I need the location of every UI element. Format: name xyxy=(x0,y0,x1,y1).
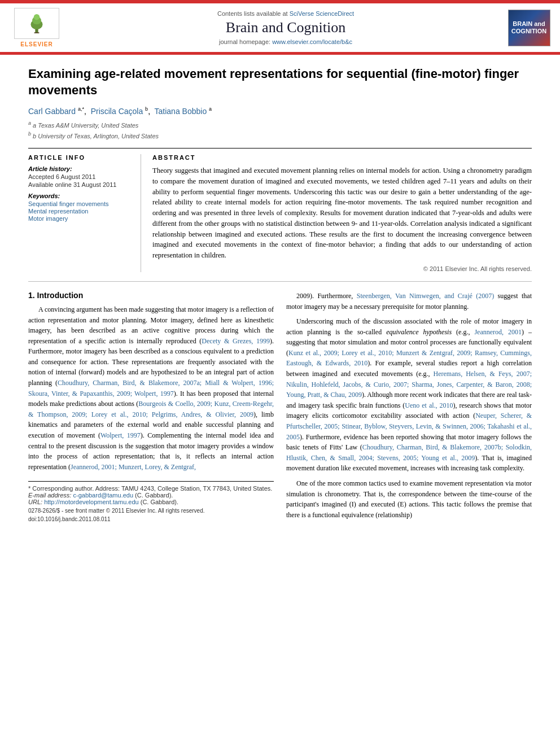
body-text-col1: A convincing argument has been made sugg… xyxy=(28,304,274,473)
sciverse-line: Contents lists available at SciVerse Sci… xyxy=(73,10,498,17)
keyword-3: Motor imagery xyxy=(28,215,133,222)
body-col-right: 2009). Furthermore, Steenbergen, Van Nim… xyxy=(286,291,532,525)
body-para-r1: 2009). Furthermore, Steenbergen, Van Nim… xyxy=(286,291,532,312)
doi-line: doi:10.1016/j.bandc.2011.08.011 xyxy=(28,516,274,522)
section-divider xyxy=(28,281,532,282)
svg-point-3 xyxy=(34,14,40,20)
ref-wolpert[interactable]: Wolpert, 1997 xyxy=(100,431,141,439)
ref-choudhury[interactable]: Choudhury, Charman, Bird, & Blakemore, 2… xyxy=(28,379,274,397)
authors-line: Carl Gabbard a,*, Priscila Caçola b, Tat… xyxy=(28,106,532,116)
keyword-1: Sequential finger movements xyxy=(28,200,133,207)
footnote-email-link[interactable]: c-gabbard@tamu.edu xyxy=(73,492,133,499)
body-para-r2: Underscoring much of the discussion asso… xyxy=(286,316,532,474)
accepted-date: Accepted 6 August 2011 xyxy=(28,173,133,180)
abstract-header: ABSTRACT xyxy=(152,154,532,161)
ref-choudhury2[interactable]: Choudhury, Charman, Bird, & Blakemore, 2… xyxy=(286,443,532,462)
ref-jeannerod[interactable]: Jeannerod, 2001; Munzert, Lorey, & Zentg… xyxy=(71,463,196,471)
article-info-abstract-section: ARTICLE INFO Article history: Accepted 6… xyxy=(28,148,532,272)
bc-logo-title: BRAIN and COGNITION xyxy=(511,20,546,35)
affiliation-b: b b University of Texas, Arlington, Unit… xyxy=(28,131,532,139)
footnote-email: E-mail address: c-gabbard@tamu.edu (C. G… xyxy=(28,492,274,499)
ref-bourgeois[interactable]: Bourgeois & Coello, 2009; Kunz, Creem-Re… xyxy=(28,400,274,418)
ref-steenbergen[interactable]: Steenbergen, Van Nimwegen, and Crajé (20… xyxy=(357,292,494,300)
copyright-notice: 0278-2626/$ - see front matter © 2011 El… xyxy=(28,508,274,514)
footnote-url: URL: http://motordevelopment.tamu.edu (C… xyxy=(28,499,274,505)
journal-url: journal homepage: www.elsevier.com/locat… xyxy=(73,38,498,45)
main-content: Examining age-related movement represent… xyxy=(0,55,560,536)
body-para-r3: One of the more common tactics used to e… xyxy=(286,478,532,520)
article-title: Examining age-related movement represent… xyxy=(28,66,532,98)
ref-neuper[interactable]: Neuper, Scherer, & Pfurtscheller, 2005; … xyxy=(286,412,532,440)
ref-jeannerod2[interactable]: Jeannerod, 2001 xyxy=(474,328,522,336)
ref-kunz[interactable]: Kunz et al., 2009; Lorey et al., 2010; M… xyxy=(286,349,532,368)
available-date: Available online 31 August 2011 xyxy=(28,181,133,188)
footnote-url-link[interactable]: http://motordevelopment.tamu.edu xyxy=(44,499,139,505)
keywords-label: Keywords: xyxy=(28,193,133,199)
author-gabbard[interactable]: Carl Gabbard xyxy=(28,107,76,116)
copyright-line: © 2011 Elsevier Inc. All rights reserved… xyxy=(152,265,532,272)
author-bobbio[interactable]: Tatiana Bobbio xyxy=(155,107,207,116)
history-label: Article history: xyxy=(28,165,133,172)
journal-url-link[interactable]: www.elsevier.com/locate/b&c xyxy=(272,38,352,45)
elsevier-tree-icon xyxy=(23,14,51,33)
article-info-header: ARTICLE INFO xyxy=(28,154,133,161)
article-info-col: ARTICLE INFO Article history: Accepted 6… xyxy=(28,154,141,272)
bc-logo-area: BRAIN and COGNITION xyxy=(504,10,554,46)
abstract-col: ABSTRACT Theory suggests that imagined a… xyxy=(152,154,532,272)
journal-header: ELSEVIER Contents lists available at Sci… xyxy=(0,3,560,53)
journal-name: Brain and Cognition xyxy=(73,19,498,36)
author-cacola[interactable]: Priscila Caçola xyxy=(91,107,143,116)
elsevier-wordmark: ELSEVIER xyxy=(20,41,53,47)
abstract-text: Theory suggests that imagined and execut… xyxy=(152,165,532,261)
body-col-left: 1. Introduction A convincing argument ha… xyxy=(28,291,274,525)
bc-logo: BRAIN and COGNITION xyxy=(508,10,550,46)
body-para-1: A convincing argument has been made sugg… xyxy=(28,304,274,473)
body-section: 1. Introduction A convincing argument ha… xyxy=(28,291,532,525)
elsevier-logo-area: ELSEVIER xyxy=(6,8,68,47)
body-text-col2: 2009). Furthermore, Steenbergen, Van Nim… xyxy=(286,291,532,520)
affiliation-a: a a Texas A&M University, United States xyxy=(28,120,532,129)
sciverse-link[interactable]: SciVerse ScienceDirect xyxy=(290,10,354,17)
journal-header-center: Contents lists available at SciVerse Sci… xyxy=(73,10,498,45)
footnote-area: * Corresponding author. Address: TAMU 42… xyxy=(28,481,274,522)
svg-rect-4 xyxy=(34,32,40,33)
ref-heremans[interactable]: Heremans, Helsen, & Feys, 2007; Nikulin,… xyxy=(286,370,532,399)
footnote-corresponding: * Corresponding author. Address: TAMU 42… xyxy=(28,485,274,492)
keyword-2: Mental representation xyxy=(28,208,133,215)
ref-ueno[interactable]: Ueno et al., 2010 xyxy=(405,401,453,409)
elsevier-logo-box xyxy=(14,8,59,39)
ref-decety[interactable]: Decety & Grezes, 1999 xyxy=(202,337,270,345)
intro-section-title: 1. Introduction xyxy=(28,291,274,300)
